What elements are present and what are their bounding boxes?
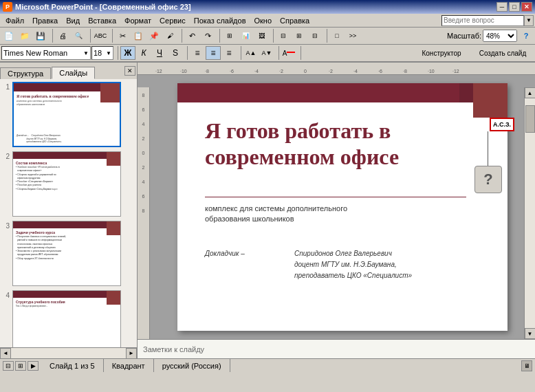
copy-button[interactable]: 📋	[131, 29, 146, 43]
paste-button[interactable]: 📌	[146, 29, 162, 43]
menu-tools[interactable]: Сервис	[155, 16, 190, 25]
slide-thumb-4[interactable]: 4 Структура учебного пособия Том 1. Ввод…	[1, 290, 135, 347]
tb-sep-2	[88, 29, 91, 43]
insert-table-button[interactable]: ⊞	[222, 29, 237, 43]
slide-sorter-button[interactable]: ⊞	[15, 361, 26, 371]
help-search-arrow[interactable]: ▼	[524, 15, 534, 26]
slide-canvas: Я готов работать в современном офисе ком…	[150, 75, 535, 339]
slide-top-bar	[177, 83, 507, 102]
app-icon: P	[3, 2, 12, 12]
menu-window[interactable]: Окно	[250, 16, 276, 25]
bold-button[interactable]: Ж	[120, 46, 135, 60]
tb-sep-1	[50, 29, 53, 43]
zoom-select[interactable]: 48%	[483, 30, 517, 42]
view-buttons: ⊟ ⊞ ▶	[0, 361, 41, 371]
menu-bar: Файл Правка Вид Вставка Формат Сервис По…	[0, 14, 535, 28]
help-search-input[interactable]	[441, 15, 524, 26]
comment-box[interactable]: А.С.З.	[490, 118, 514, 131]
ruler-top: ·12 ·10 ·8 ·6 ·4 ·2 0 ·2 ·4 ·6 ·8 ·10 ·1…	[138, 63, 535, 75]
slide-thumb-3[interactable]: 3 Задачи учебного курса • Получение базо…	[1, 221, 135, 286]
font-size-box[interactable]: 18 ▼	[91, 46, 113, 60]
panel-close-button[interactable]: ✕	[124, 66, 135, 76]
redo-button[interactable]: ↷	[200, 29, 215, 43]
cut-button[interactable]: ✂	[115, 29, 130, 43]
italic-button[interactable]: К	[136, 46, 151, 60]
insert-chart-button[interactable]: 📊	[238, 29, 253, 43]
zoom-label: Масштаб:	[447, 32, 481, 40]
hscroll-track	[11, 348, 126, 358]
close-button[interactable]: ✕	[521, 2, 532, 12]
main-slide[interactable]: Я готов работать в современном офисе ком…	[177, 83, 507, 331]
spell-check-button[interactable]: ABC	[93, 29, 108, 43]
tables-button[interactable]: ⊟	[276, 29, 291, 43]
align-center-button[interactable]: ≡	[206, 46, 221, 60]
status-icon-1[interactable]: 🖥	[521, 360, 532, 371]
scroll-up-button[interactable]: ▲	[525, 87, 536, 98]
print-preview-button[interactable]: 🔍	[71, 29, 86, 43]
menu-view[interactable]: Вид	[62, 16, 84, 25]
menu-slideshow[interactable]: Показ слайдов	[190, 16, 250, 25]
menu-format[interactable]: Формат	[120, 16, 155, 25]
new-button[interactable]: 📄	[1, 29, 17, 43]
font-size-arrow[interactable]: ▼	[106, 50, 111, 56]
slideshow-button[interactable]: ▶	[28, 361, 39, 371]
font-name-box[interactable]: Times New Roman ▼	[1, 46, 91, 60]
fmt-sep-2	[185, 46, 188, 60]
undo-button[interactable]: ↶	[184, 29, 199, 43]
insert-picture-button[interactable]: 🖼	[254, 29, 269, 43]
slide-thumb-1[interactable]: 1 Я готов работать в современном офисе к…	[1, 82, 135, 147]
status-bar: ⊟ ⊞ ▶ Слайд 1 из 5 Квадрант русский (Рос…	[0, 358, 535, 372]
sp4-items: Том 1. Ввод и форматирование...	[13, 305, 120, 308]
fmt-sep-1	[116, 46, 118, 60]
hscroll-right-button[interactable]: ►	[126, 348, 137, 359]
comment-bubble[interactable]: ?	[474, 166, 502, 193]
open-button[interactable]: 📁	[17, 29, 32, 43]
sp2-header	[13, 152, 120, 159]
title-bar: P Microsoft PowerPoint - [Современный оф…	[0, 0, 535, 14]
ruler-left: 8 6 4 2 0 2 4 6 8	[138, 87, 150, 339]
scroll-thumb[interactable]	[525, 105, 535, 133]
menu-help[interactable]: Справка	[276, 16, 314, 25]
collapse-button[interactable]: ⊟	[307, 29, 323, 43]
font-color-button[interactable]: A	[281, 46, 296, 60]
slide-presenter-info: Спиридонов Олег Валерьевич доцент МГТУ и…	[294, 248, 432, 281]
new-slide-button[interactable]: Создать слайд	[472, 46, 534, 60]
status-right: 🖥	[521, 360, 535, 371]
sp1-presenter: Докладчик – Спиридонов Олег Валерьевич д…	[17, 134, 117, 143]
font-size-increase[interactable]: A▲	[243, 46, 259, 60]
menu-edit[interactable]: Правка	[28, 16, 62, 25]
normal-view-button[interactable]: ⊟	[3, 361, 14, 371]
scroll-track[interactable]	[525, 98, 535, 328]
font-name-arrow[interactable]: ▼	[83, 50, 89, 56]
sp3-accent	[107, 221, 120, 235]
slide-thumb-2[interactable]: 2 Состав комплекса • Учебное пособие «Я …	[1, 151, 135, 217]
underline-button[interactable]: Ч	[152, 46, 167, 60]
tab-slides[interactable]: Слайды	[52, 67, 95, 79]
more-button[interactable]: >>	[345, 29, 360, 43]
minimize-button[interactable]: ─	[496, 2, 507, 12]
slide-main-title: Я готов работать в современном офисе	[205, 118, 466, 171]
expand-button[interactable]: ⊞	[292, 29, 307, 43]
menu-file[interactable]: Файл	[1, 16, 28, 25]
scroll-down-button[interactable]: ▼	[525, 328, 536, 339]
help-button[interactable]: ?	[518, 29, 534, 43]
grayscale-button[interactable]: □	[329, 29, 345, 43]
align-left-button[interactable]: ≡	[190, 46, 205, 60]
designer-button[interactable]: Конструктор	[414, 46, 469, 60]
slides-list: 1 Я готов работать в современном офисе к…	[0, 79, 137, 347]
font-size-decrease[interactable]: A▼	[259, 46, 274, 60]
print-button[interactable]: 🖨	[55, 29, 70, 43]
format-painter-button[interactable]: 🖌	[162, 29, 177, 43]
menu-insert[interactable]: Вставка	[84, 16, 120, 25]
tab-structure[interactable]: Структура	[0, 67, 51, 79]
maximize-button[interactable]: □	[509, 2, 520, 12]
sp4-title: Структура учебного пособия	[13, 298, 120, 305]
strikethrough-button[interactable]: S	[168, 46, 183, 60]
hscroll-left-button[interactable]: ◄	[0, 348, 11, 359]
sp4-accent	[107, 291, 120, 305]
save-button[interactable]: 💾	[33, 29, 48, 43]
notes-area[interactable]: Заметки к слайду	[138, 339, 535, 358]
notes-placeholder: Заметки к слайду	[143, 345, 204, 353]
window-controls[interactable]: ─ □ ✕	[496, 2, 532, 12]
align-right-button[interactable]: ≡	[221, 46, 237, 60]
